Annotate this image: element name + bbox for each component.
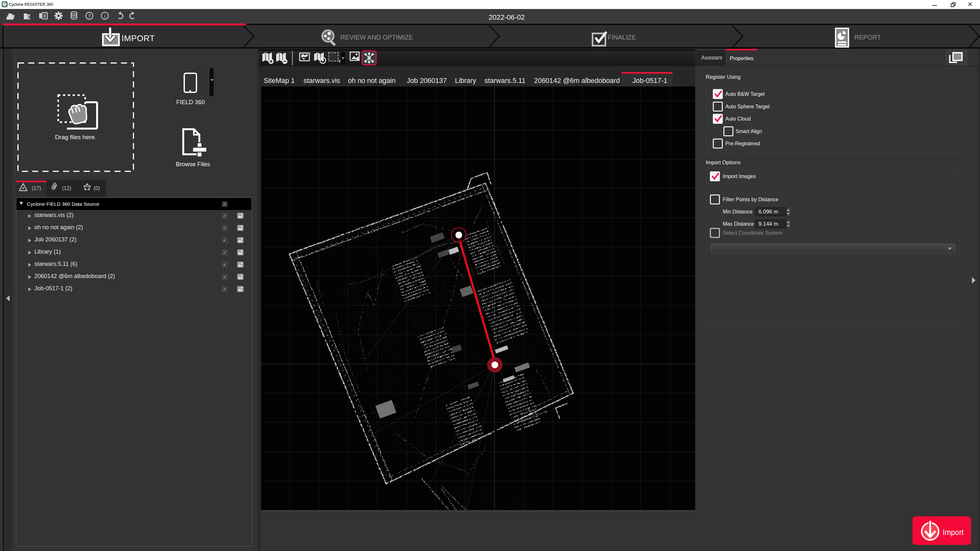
- svg-text:i: i: [104, 14, 105, 19]
- svg-text:?: ?: [88, 14, 91, 19]
